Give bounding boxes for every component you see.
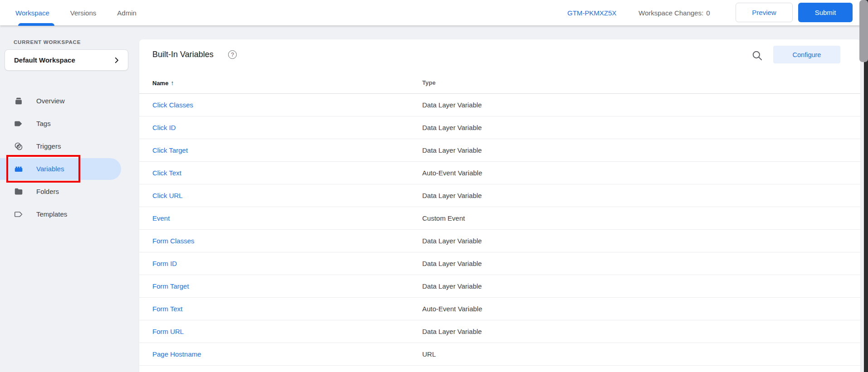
variable-name-link[interactable]: Form Classes [152,237,195,245]
table-row[interactable]: Form ID Data Layer Variable [139,252,860,275]
variable-name-link[interactable]: Click Target [152,146,188,154]
variable-type: Data Layer Variable [422,282,482,290]
tag-icon [14,119,24,129]
table-header-row: Name↑ Type [139,71,860,94]
template-icon [14,209,24,219]
variable-type: Data Layer Variable [422,192,482,199]
variable-type: Data Layer Variable [422,237,482,245]
sidebar-item-triggers[interactable]: Triggers [0,135,133,158]
sidebar: CURRENT WORKSPACE Default Workspace Over… [0,25,134,372]
sidebar-item-label: Overview [36,97,65,105]
sort-ascending-icon: ↑ [171,79,174,87]
gtm-workspace-page: Workspace Versions Admin GTM-PKMXZ5X Wor… [0,0,868,372]
variable-name-link[interactable]: Click Text [152,169,181,177]
variable-type: Data Layer Variable [422,101,482,109]
table-row[interactable]: Click Target Data Layer Variable [139,139,860,162]
variable-type: Data Layer Variable [422,260,482,267]
table-row[interactable]: Form Target Data Layer Variable [139,275,860,298]
sidebar-item-label: Triggers [36,142,61,150]
active-tab-indicator [18,23,54,26]
table-row[interactable]: Form Classes Data Layer Variable [139,230,860,252]
table-row[interactable]: Page Hostname URL [139,343,860,366]
sidebar-item-tags[interactable]: Tags [0,112,133,135]
table-row[interactable]: Click Text Auto-Event Variable [139,162,860,184]
workspace-changes-label: Workspace Changes: [639,9,703,17]
sidebar-item-label: Templates [36,210,67,218]
variable-type: Data Layer Variable [422,328,482,335]
variable-type: Auto-Event Variable [422,169,482,177]
workspace-name: Default Workspace [14,56,75,64]
column-header-type: Type [422,79,435,86]
variable-name-link[interactable]: Form Text [152,305,182,313]
workspace-selector[interactable]: Default Workspace [5,49,128,71]
search-icon[interactable] [751,49,763,63]
variable-type: URL [422,350,436,358]
column-header-name[interactable]: Name↑ [152,79,174,87]
table-row[interactable]: Click Classes Data Layer Variable [139,94,860,116]
current-workspace-label: CURRENT WORKSPACE [14,39,81,45]
sidebar-item-label: Variables [36,165,64,173]
sidebar-item-label: Folders [36,188,59,195]
primary-tabs: Workspace Versions Admin [15,0,137,25]
table-row[interactable]: Event Custom Event [139,207,860,230]
trigger-icon [14,141,24,151]
workspace-changes-status: Workspace Changes: 0 [639,0,710,25]
table-row[interactable]: Form URL Data Layer Variable [139,320,860,343]
built-in-variables-panel: Built-In Variables ? Configure Name↑ Typ… [139,39,860,372]
scrollbar-thumb[interactable] [859,0,868,62]
table-row[interactable]: Click URL Data Layer Variable [139,184,860,207]
table-row[interactable]: Form Text Auto-Event Variable [139,298,860,320]
sidebar-item-overview[interactable]: Overview [0,90,133,112]
variable-name-link[interactable]: Click Classes [152,101,193,109]
variable-name-link[interactable]: Click URL [152,192,183,199]
column-name-label: Name [152,80,168,87]
variable-type: Auto-Event Variable [422,305,482,313]
table-row[interactable]: Click ID Data Layer Variable [139,116,860,139]
sidebar-item-templates[interactable]: Templates [0,203,133,226]
help-icon[interactable]: ? [228,50,237,59]
sidebar-item-label: Tags [36,120,51,127]
variable-type: Data Layer Variable [422,146,482,154]
preview-button[interactable]: Preview [736,3,793,22]
page-title: Built-In Variables [152,50,214,59]
overview-icon [14,96,24,106]
variable-name-link[interactable]: Page Hostname [152,350,201,358]
variable-type: Data Layer Variable [422,124,482,131]
folder-icon [14,187,24,197]
variable-type: Custom Event [422,214,465,222]
configure-button[interactable]: Configure [773,46,840,63]
sidebar-item-variables[interactable]: Variables [0,158,133,180]
workspace-changes-count: 0 [706,9,710,17]
tab-workspace[interactable]: Workspace [15,9,49,17]
sidebar-item-folders[interactable]: Folders [0,180,133,203]
variable-name-link[interactable]: Event [152,214,170,222]
variable-name-link[interactable]: Form ID [152,260,177,267]
submit-button[interactable]: Submit [798,3,853,22]
variable-name-link[interactable]: Form URL [152,328,184,335]
variable-name-link[interactable]: Form Target [152,282,189,290]
container-id-link[interactable]: GTM-PKMXZ5X [567,0,616,25]
variable-name-link[interactable]: Click ID [152,124,176,131]
tab-admin[interactable]: Admin [117,9,137,17]
top-navigation-bar: Workspace Versions Admin GTM-PKMXZ5X Wor… [0,0,868,25]
tab-versions[interactable]: Versions [70,9,97,17]
chevron-right-icon [112,56,121,66]
brick-icon [14,164,24,174]
